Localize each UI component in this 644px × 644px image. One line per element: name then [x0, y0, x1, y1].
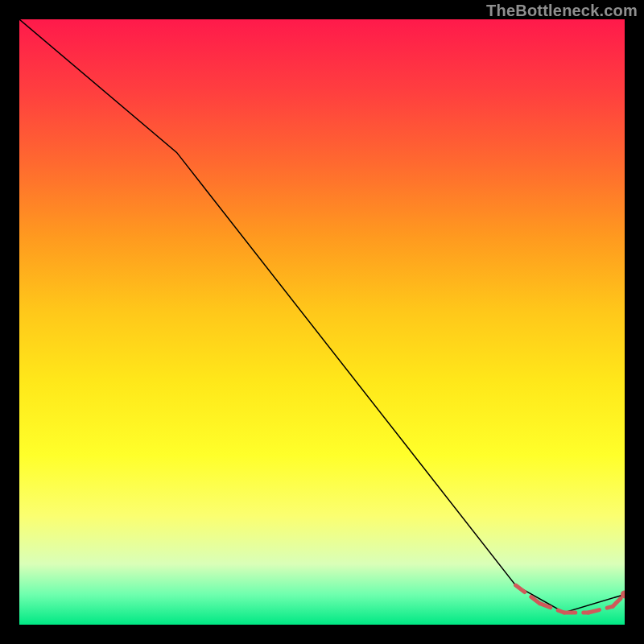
- chart-container: TheBottleneck.com: [0, 0, 644, 644]
- watermark-text: TheBottleneck.com: [486, 2, 638, 20]
- plot-background: [19, 19, 625, 625]
